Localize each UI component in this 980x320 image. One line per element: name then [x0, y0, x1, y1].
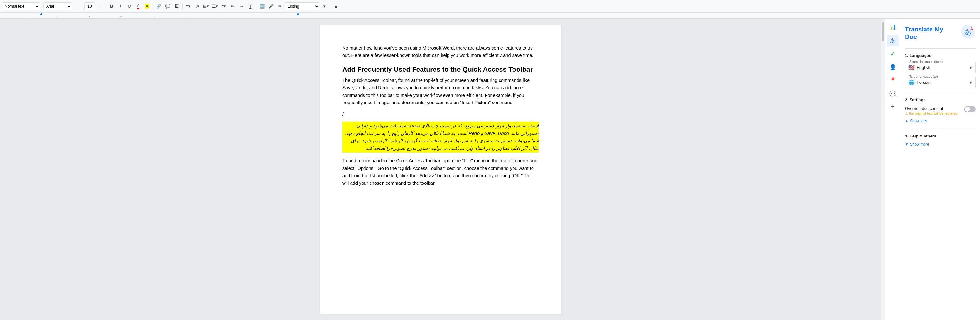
section3-title: 3. Help & others [905, 134, 975, 138]
clear-format-button[interactable]: T̲ [246, 2, 255, 11]
align-button[interactable]: ≡▾ [184, 2, 192, 11]
para-add-command: To add a command to the Quick Access Too… [342, 157, 539, 187]
divider2 [73, 3, 74, 10]
text-color-button[interactable]: A [134, 2, 142, 11]
format-options-button[interactable]: ⊞▾ [202, 2, 210, 11]
override-setting-labels: Override doc content ⚠ the original text… [905, 106, 958, 115]
highlight-icon: A [145, 4, 149, 8]
source-language-label: Source language (from) [908, 60, 943, 64]
override-setting-row: Override doc content ⚠ the original text… [905, 106, 975, 115]
scrollbar[interactable] [881, 19, 885, 320]
app-header: Translate MyDoc あ A [905, 24, 975, 42]
text-color-icon: A [137, 3, 140, 9]
svg-text:3: 3 [89, 15, 90, 18]
override-toggle[interactable] [964, 106, 975, 112]
show-more-button[interactable]: ▼ Show more [905, 141, 929, 148]
divider6 [256, 3, 256, 10]
app-title: Translate MyDoc [905, 26, 943, 41]
sidebar-icon-translate[interactable]: あ [887, 35, 899, 46]
source-lang-chevron: ▾ [970, 64, 972, 70]
para-quick-access: The Quick Access Toolbar, found at the t… [342, 77, 539, 107]
editing-chevron-down[interactable]: ▾ [320, 2, 328, 11]
override-sublabel: ⚠ the original text will be replaced [905, 111, 958, 115]
svg-text:6: 6 [184, 15, 185, 18]
bold-button[interactable]: B [107, 2, 116, 11]
divider7 [330, 3, 330, 10]
svg-text:7: 7 [216, 15, 217, 18]
underline-button[interactable]: U [125, 2, 134, 11]
suggestions-button[interactable]: ✏ [276, 2, 284, 11]
divider-after-languages [905, 93, 975, 93]
target-language-row: 🌐 Persian ▾ [908, 79, 972, 85]
style-select[interactable]: Normal text [2, 2, 40, 11]
section2-title: 2. Settings [905, 98, 975, 102]
svg-marker-8 [40, 13, 43, 15]
link-button[interactable]: 🔗 [155, 2, 163, 11]
source-language-row: 🇺🇸 English ▾ [908, 64, 972, 70]
divider-after-header [905, 48, 975, 49]
sidebar-icon-maps[interactable]: 📍 [887, 75, 899, 86]
intro-paragraph: No matter how long you've been using Mic… [342, 45, 539, 59]
app-icon: あ A [960, 24, 975, 42]
svg-text:A: A [970, 26, 974, 31]
source-language-group[interactable]: Source language (from) 🇺🇸 English ▾ [905, 62, 975, 73]
section-settings: 2. Settings Override doc content ⚠ the o… [905, 98, 975, 125]
target-language-label: Target language (to) [908, 75, 939, 78]
voice-input-button[interactable]: 🎤 [267, 2, 275, 11]
editing-select[interactable]: Editing [285, 2, 320, 11]
comment-button[interactable]: 💬 [164, 2, 172, 11]
increase-indent-button[interactable]: ⇥ [237, 2, 246, 11]
translate-icon: あ [890, 37, 896, 45]
highlighted-persian-text: است، به شما نوار ابزار دسترسی سریع، که د… [342, 122, 539, 153]
sidebar-icon-check[interactable]: ✔ [887, 48, 899, 60]
font-size-increase[interactable]: + [96, 2, 104, 11]
section1-title: 1. Languages [905, 53, 975, 58]
svg-text:4: 4 [121, 15, 122, 18]
show-more-label: Show more [910, 142, 929, 147]
sidebar-panel: Translate MyDoc あ A 1. Languages Source … [900, 19, 980, 320]
sidebar-icon-sheets[interactable]: 📊 [887, 22, 899, 33]
chevron-down-icon: ▼ [905, 142, 909, 147]
slash-line: / [342, 110, 539, 118]
decrease-indent-button[interactable]: ⇤ [229, 2, 237, 11]
toggle-knob [965, 107, 970, 112]
override-label: Override doc content [905, 106, 958, 111]
source-lang-name: English [916, 65, 970, 70]
target-lang-name: Persian [916, 80, 970, 85]
font-select[interactable]: Arial [43, 2, 72, 11]
line-spacing-button[interactable]: ↕▾ [193, 2, 201, 11]
spell-check-button[interactable]: 🔤 [258, 2, 266, 11]
image-button[interactable]: 🖼 [172, 2, 181, 11]
sidebar-icon-user[interactable]: 👤 [887, 62, 899, 73]
numbered-list-button[interactable]: ≡▾ [220, 2, 228, 11]
document-area[interactable]: No matter how long you've been using Mic… [0, 19, 881, 320]
list-button[interactable]: ☰▾ [211, 2, 219, 11]
svg-marker-9 [296, 13, 299, 15]
sidebar-icon-chat[interactable]: 💬 [887, 88, 899, 100]
font-size-input[interactable] [84, 2, 95, 11]
target-lang-chevron: ▾ [970, 79, 972, 85]
add-addon-button[interactable]: + [888, 102, 898, 112]
toolbar: Normal text Arial − + B I U A A 🔗 💬 🖼 ≡▾… [0, 0, 980, 13]
italic-button[interactable]: I [116, 2, 124, 11]
heading-quick-access: Add Frequently Used Features to the Quic… [342, 66, 539, 74]
collapse-toolbar-button[interactable]: ▲ [332, 2, 340, 11]
font-size-decrease[interactable]: − [75, 2, 84, 11]
highlight-button[interactable]: A [143, 2, 151, 11]
show-less-button[interactable]: ▲ Show less [905, 117, 928, 125]
source-flag: 🇺🇸 [908, 64, 915, 70]
section-help: 3. Help & others ▼ Show more [905, 134, 975, 148]
target-language-group[interactable]: Target language (to) 🌐 Persian ▾ [905, 77, 975, 88]
section-languages: 1. Languages Source language (from) 🇺🇸 E… [905, 53, 975, 88]
divider-after-settings [905, 129, 975, 129]
main-area: No matter how long you've been using Mic… [0, 19, 980, 320]
sidebar: 📊 あ ✔ 👤 📍 💬 + Translate MyDoc あ A [885, 19, 980, 320]
document-page: No matter how long you've been using Mic… [320, 26, 561, 314]
svg-text:2: 2 [57, 15, 59, 18]
divider1 [41, 3, 42, 10]
target-flag: 🌐 [908, 79, 915, 85]
svg-text:1: 1 [25, 15, 27, 18]
ruler: 1 2 3 4 5 6 7 [0, 13, 980, 19]
show-less-label: Show less [910, 119, 928, 123]
scroll-thumb[interactable] [882, 22, 884, 41]
